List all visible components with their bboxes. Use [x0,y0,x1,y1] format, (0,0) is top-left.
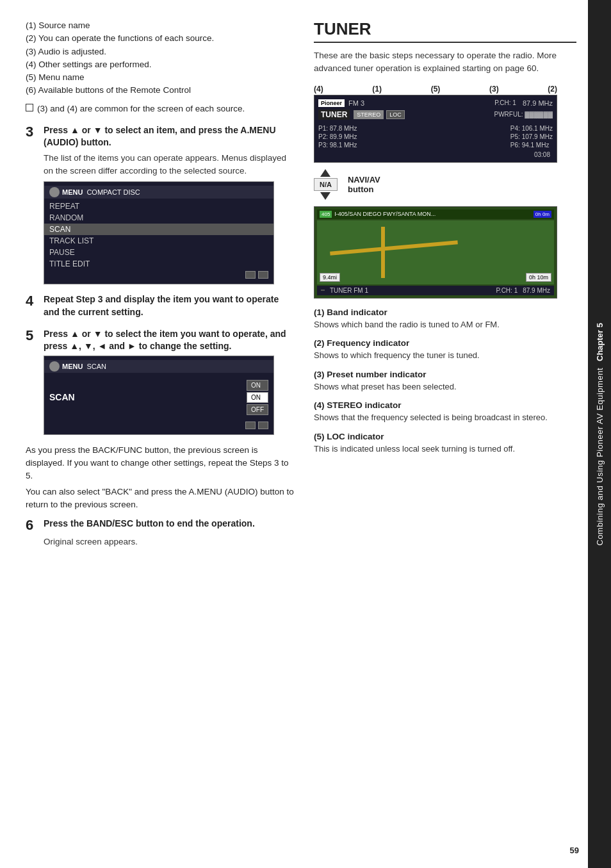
tuner-presets: P1: 87.8 MHz P2: 89.9 MHz P3: 98.1 MHz P… [318,122,553,151]
menu-row-titleedit: TITLE EDIT [44,258,273,270]
step-6-text: Press the BAND/ESC button to end the ope… [44,518,295,530]
tuner-label-5: (5) [431,85,441,94]
arrow-up-icon [320,169,330,177]
nav-distance-right: 0h 10m [526,273,551,282]
indicator-loc: (5) LOC indicator This is indicated unle… [314,432,576,455]
nav-time-badge: 0h 0m [534,211,551,218]
indicator-band-title: (1) Band indicator [314,307,576,317]
back-sub-text: You can also select "BACK" and press the… [26,486,295,512]
step-5: 5 Press ▲ or ▼ to select the item you wa… [26,328,295,435]
preset-2: P2: 89.9 MHz [318,133,357,140]
navi-av-label: NAVI/AVbutton [348,175,380,194]
left-column: (1) Source name (2) You can operate the … [26,19,307,849]
note-1-text: (3) and (4) are common for the screen of… [37,102,245,115]
indicator-band-desc: Shows which band the radio is tuned to A… [314,318,576,331]
navi-av-button[interactable]: N/A [314,178,338,191]
scan-btn-on1: ON [247,380,268,391]
step-3-desc: The list of the items you can operate ap… [44,152,295,178]
nav-tuner-icon [321,290,325,291]
tuner-label-3: (3) [489,85,499,94]
step-3: 3 Press ▲ or ▼ to select an item, and pr… [26,124,295,285]
step-3-number: 3 [26,124,44,140]
preset-1: P1: 87.8 MHz [318,125,357,132]
indicator-frequency: (2) Frequency indicator Shows to which f… [314,338,576,362]
scan-btn-off: OFF [247,404,268,415]
tuner-logo: Pioneer [318,99,345,107]
tuner-badge-loc: LOC [386,110,405,119]
tuner-badge-stereo: STEREO [354,110,384,119]
menu-screenshot-1: MENU COMPACT DISC REPEAT RANDOM SCAN TRA… [44,181,274,284]
right-column: TUNER These are the basic steps necessar… [307,19,576,849]
preset-col-right: P4: 106.1 MHz P5: 107.9 MHz P6: 94.1 MHz [510,125,553,149]
indicator-band: (1) Band indicator Shows which band the … [314,307,576,331]
tuner-brand-row: TUNER STEREO LOC PWRFUL: ▓▓▓▓▓▓ [318,110,553,120]
menu-label-1: MENU [62,188,83,196]
indicator-frequency-title: (2) Frequency indicator [314,338,576,348]
checkbox-icon [26,104,33,111]
indicator-loc-desc: This is indicated unless local seek turn… [314,443,576,455]
nav-bottom-bar: TUNER FM 1 P.CH: 1 87.9 MHz [317,286,554,295]
page-number: 59 [570,846,579,855]
tuner-label-4: (4) [314,85,323,94]
nav-tuner-label: TUNER FM 1 [330,287,368,294]
intro-item-6: (6) Available buttons of the Remote Cont… [26,84,295,97]
tuner-pch: P.CH: 1 [494,99,516,106]
indicator-preset-title: (3) Preset number indicator [314,370,576,379]
indicator-sections: (1) Band indicator Shows which band the … [314,307,576,455]
step-4-text: Repeat Step 3 and display the item you w… [44,293,295,318]
menu-row-pause: PAUSE [44,247,273,258]
menu-row-repeat: REPEAT [44,201,273,212]
menu-row-tracklist: TRACK LIST [44,235,273,247]
tuner-freq: 87.9 MHz [523,99,553,107]
indicator-loc-title: (5) LOC indicator [314,432,576,441]
nav-street-1 [330,240,458,255]
back-sub-note: You can also select "BACK" and press the… [26,486,295,512]
arrow-down-icon [320,192,330,200]
nav-route-badge: 405 [320,211,332,218]
menu-row-random: RANDOM [44,212,273,224]
tuner-time: 03:08 [318,151,553,158]
menu-icon-4 [258,422,268,429]
disc-icon [49,187,60,197]
menu-icon-1 [245,271,256,279]
preset-3: P3: 98.1 MHz [318,142,357,149]
indicator-frequency-desc: Shows to which frequency the tuner is tu… [314,349,576,362]
back-func-note: As you press the BACK/FUNC button, the p… [26,444,295,511]
intro-item-4: (4) Other settings are performed. [26,58,295,71]
tuner-desc: These are the basic steps necessary to o… [314,49,576,76]
intro-item-3: (3) Audio is adjusted. [26,45,295,58]
nav-road-text: I-405/SAN DIEGO FWY/SANTA MON... [334,211,530,217]
nav-screen: 405 I-405/SAN DIEGO FWY/SANTA MON... 0h … [314,206,557,299]
nav-top-bar: 405 I-405/SAN DIEGO FWY/SANTA MON... 0h … [317,209,554,219]
menu-screenshot-2: MENU SCAN SCAN ON ON OFF [44,356,274,435]
nav-freq: 87.9 MHz [523,287,550,294]
menu-top-bar-1: MENU COMPACT DISC [44,186,273,199]
tuner-fm-label: FM 3 [348,99,364,107]
tuner-brand: TUNER [318,110,350,120]
indicator-preset: (3) Preset number indicator Shows what p… [314,370,576,393]
navi-av-area: N/A NAVI/AVbutton [314,169,576,200]
step-6: 6 Press the BAND/ESC button to end the o… [26,518,295,548]
chapter-label: Chapter 5 [595,323,605,361]
preset-4: P4: 106.1 MHz [510,125,553,132]
tuner-title: TUNER [314,19,576,43]
chapter-sub-text: Combining and Using Pioneer AV Equipment [595,368,605,546]
scan-controls: ON ON OFF [247,380,268,415]
preset-6: P6: 94.1 MHz [510,142,553,149]
scan-btn-on2: ON [247,392,268,403]
nav-pch: P.CH: 1 [496,287,517,294]
step-4: 4 Repeat Step 3 and display the item you… [26,293,295,318]
nav-distance-left: 9.4mi [320,273,340,282]
back-main-text: As you press the BACK/FUNC button, the p… [26,444,295,483]
preset-col-left: P1: 87.8 MHz P2: 89.9 MHz P3: 98.1 MHz [318,125,357,149]
menu-bottom-2 [44,420,273,430]
scan-main-area: SCAN ON ON OFF [44,375,273,420]
tuner-power-bar: PWRFUL: ▓▓▓▓▓▓ [494,111,553,118]
step-6-number: 6 [26,518,44,533]
scan-label: SCAN [49,392,75,402]
indicator-preset-desc: Shows what preset has been selected. [314,381,576,393]
indicator-stereo-title: (4) STEREO indicator [314,400,576,410]
tuner-labels-row: (4) (1) (5) (3) (2) [314,85,557,94]
menu-label-2: MENU [62,363,83,370]
nav-map-area: 9.4mi 0h 10m [317,220,554,284]
